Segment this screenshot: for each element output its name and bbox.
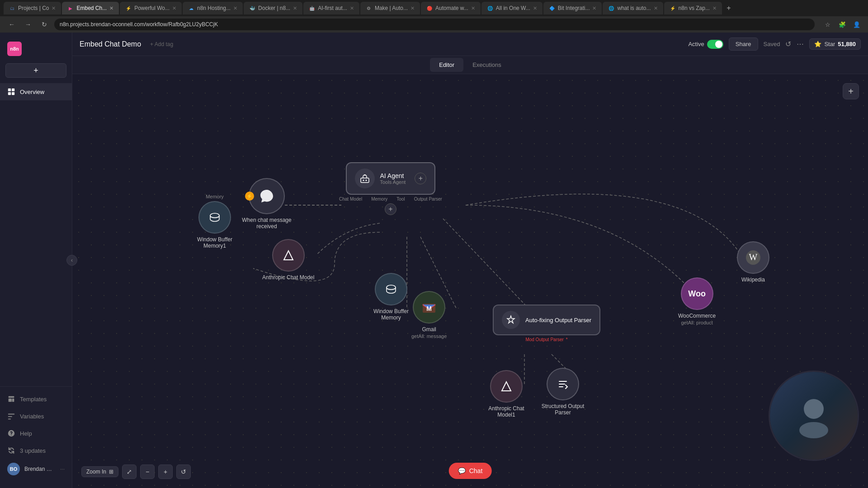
tab-bit[interactable]: 🔷 Bit Integrati... ✕ (543, 2, 602, 14)
zoom-in-button[interactable]: + (158, 465, 173, 479)
node-anthropic-chat-model1[interactable]: Anthropic Chat Model1 (479, 370, 533, 418)
sidebar-item-updates[interactable]: 3 updates (0, 442, 72, 459)
memory-label: Window Buffer Memory (364, 308, 418, 321)
sidebar-item-variables[interactable]: Variables (0, 408, 72, 425)
node-anthropic-chat-model[interactable]: Anthropic Chat Model (262, 239, 314, 281)
node-structured-output-parser[interactable]: Structured Output Parser (536, 368, 590, 416)
tab-favicon-docker: 🐳 (249, 5, 255, 11)
tab-docker[interactable]: 🐳 Docker | n8... ✕ (244, 2, 302, 14)
chat-model-label: Chat Model (339, 197, 362, 202)
tab-automate[interactable]: 🔴 Automate w... ✕ (421, 2, 481, 14)
tab-n8n-hosting[interactable]: ☁ n8n Hosting... ✕ (183, 2, 243, 14)
tab-close-icon[interactable]: ✕ (52, 5, 56, 11)
nav-forward[interactable]: → (22, 18, 34, 31)
add-node-button[interactable]: + (843, 83, 859, 99)
add-tag-button[interactable]: + Add tag (146, 39, 177, 49)
add-sub-connection-button[interactable]: + (385, 203, 396, 215)
more-options-icon[interactable]: ⋯ (797, 40, 804, 48)
svg-point-7 (365, 180, 367, 181)
canvas[interactable]: + ⚡ When chat message received (72, 74, 868, 488)
tab-favicon-powerful: ⚡ (125, 5, 132, 11)
tab-favicon-allinone: 🌐 (487, 5, 493, 11)
share-button[interactable]: Share (729, 38, 758, 51)
star-label: Star (824, 41, 835, 47)
tab-close-icon-bit[interactable]: ✕ (592, 5, 596, 11)
user-name: Brendan OCon... (24, 466, 56, 472)
tab-n8nvs[interactable]: ⚡ n8n vs Zap... ✕ (664, 2, 722, 14)
chat-button[interactable]: 💬 Chat (449, 463, 492, 479)
chat-trigger-label: When chat message received (240, 217, 294, 230)
tab-close-icon-allinone[interactable]: ✕ (533, 5, 537, 11)
tab-close-icon-make[interactable]: ✕ (410, 5, 415, 11)
auto-fixing-icon (502, 311, 520, 329)
workflow-name: Embed Chat Demo (80, 40, 141, 48)
tab-close-icon-powerful[interactable]: ✕ (172, 5, 176, 11)
reset-button[interactable]: ↺ (176, 465, 191, 479)
fit-view-button[interactable]: ⤢ (122, 465, 137, 479)
tab-close-icon-hosting[interactable]: ✕ (233, 5, 237, 11)
anthropic1-icon (490, 370, 523, 403)
tab-favicon-embed: ▶ (67, 5, 74, 11)
url-bar[interactable]: n8n.projects.brendan-oconnell.com/workfl… (54, 19, 815, 30)
memory1-parent-label: Memory (206, 194, 224, 199)
tab-ai[interactable]: 🤖 AI-first aut... ✕ (303, 2, 359, 14)
tab-bar: 🗂 Projects | Co ✕ ▶ Embed Ch... ✕ ⚡ Powe… (0, 0, 868, 16)
bookmark-icon[interactable]: ☆ (822, 19, 834, 30)
star-icon: ⭐ (814, 41, 821, 47)
extensions-icon[interactable]: 🧩 (836, 19, 848, 30)
tab-title-embed: Embed Ch... (76, 5, 107, 11)
node-gmail[interactable]: M Gmail getAll: message (411, 291, 447, 339)
tab-close-icon-ai[interactable]: ✕ (350, 5, 354, 11)
collapse-sidebar-button[interactable]: ‹ (66, 255, 77, 266)
node-wikipedia[interactable]: W Wikipedia (737, 241, 769, 283)
toggle-switch[interactable] (707, 40, 723, 49)
tab-title: Projects | Co (18, 5, 49, 11)
add-connection-button[interactable]: + (415, 173, 426, 184)
tab-close-icon-n8nvs[interactable]: ✕ (712, 5, 717, 11)
tab-close-icon-embed[interactable]: ✕ (109, 5, 113, 11)
tab-make[interactable]: ⚙ Make | Auto... ✕ (360, 2, 420, 14)
node-window-buffer-memory1[interactable]: Memory Window Buffer Memory1 (188, 194, 242, 249)
user-more-icon[interactable]: ··· (60, 466, 65, 472)
sidebar-item-overview[interactable]: Overview (0, 83, 72, 100)
tab-editor[interactable]: Editor (430, 58, 463, 72)
svg-text:M: M (426, 305, 432, 312)
node-window-buffer-memory[interactable]: Window Buffer Memory (364, 273, 418, 321)
tab-title-make: Make | Auto... (375, 5, 408, 11)
address-bar: ← → ↻ n8n.projects.brendan-oconnell.com/… (0, 16, 868, 33)
tab-projects[interactable]: 🗂 Projects | Co ✕ (4, 2, 61, 14)
templates-icon (7, 395, 15, 403)
tab-favicon-bit: 🔷 (549, 5, 555, 11)
user-profile[interactable]: BO Brendan OCon... ··· (0, 459, 72, 479)
sidebar-item-help[interactable]: Help (0, 425, 72, 442)
nav-reload[interactable]: ↻ (38, 18, 51, 31)
tab-powerful[interactable]: ⚡ Powerful Wo... ✕ (120, 2, 182, 14)
nav-back[interactable]: ← (5, 18, 18, 31)
toolbar: Embed Chat Demo + Add tag Active Share S… (72, 33, 868, 56)
active-toggle: Active (688, 40, 723, 49)
new-tab-button[interactable]: + (723, 2, 735, 14)
history-icon[interactable]: ↺ (785, 40, 791, 48)
node-woocommerce[interactable]: Woo WooCommerce getAll: product (678, 277, 716, 325)
sidebar-item-templates[interactable]: Templates (0, 390, 72, 408)
tab-title-what: what is auto... (617, 5, 651, 11)
tab-close-icon-automate[interactable]: ✕ (471, 5, 475, 11)
star-count: 51,880 (838, 41, 856, 47)
node-chat-trigger[interactable]: ⚡ When chat message received (240, 178, 294, 230)
star-button[interactable]: ⭐ Star 51,880 (809, 38, 861, 50)
ai-agent-subtitle: Tools Agent (380, 179, 406, 185)
tab-executions[interactable]: Executions (463, 58, 510, 72)
node-ai-agent[interactable]: AI Agent Tools Agent + Chat Model Memory… (339, 162, 442, 215)
node-auto-fixing[interactable]: Auto-fixing Output Parser Mod Output Par… (493, 305, 600, 342)
tab-embed[interactable]: ▶ Embed Ch... ✕ (62, 2, 119, 14)
tab-what[interactable]: 🌐 what is auto... ✕ (603, 2, 663, 14)
new-workflow-button[interactable]: + (5, 63, 66, 78)
tab-close-icon-docker[interactable]: ✕ (293, 5, 297, 11)
help-icon (7, 429, 15, 437)
profile-icon[interactable]: 👤 (851, 19, 863, 30)
tab-close-icon-what[interactable]: ✕ (654, 5, 658, 11)
woocommerce-label: WooCommerce (678, 313, 716, 319)
gmail-label: Gmail (422, 326, 436, 333)
zoom-out-button[interactable]: − (140, 465, 155, 479)
tab-allinone[interactable]: 🌐 All in One W... ✕ (481, 2, 542, 14)
